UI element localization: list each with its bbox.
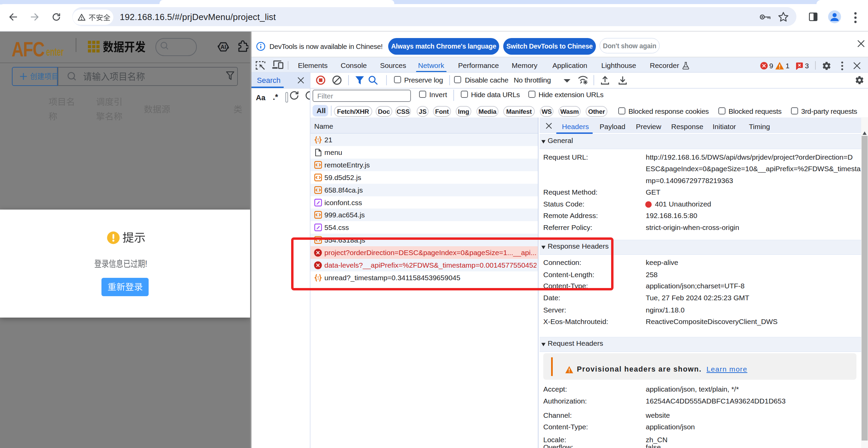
svg-text:AI: AI (221, 44, 226, 50)
